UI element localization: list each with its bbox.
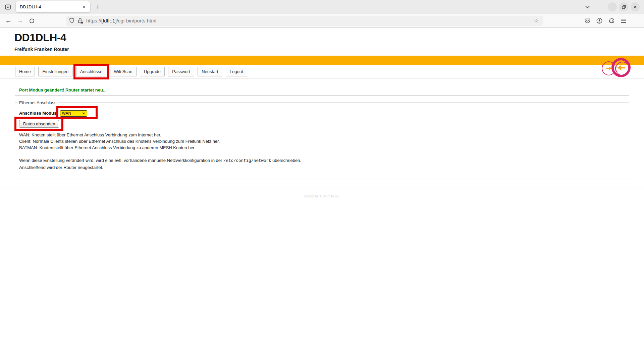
config-path: /etc/config/network [223, 159, 271, 163]
back-button[interactable]: ← [3, 16, 13, 26]
ethernet-fieldset: Ethernet Anschluss Anschluss Modus: WAN … [15, 103, 629, 179]
url-path: /cgi-bin/ports.html [117, 18, 156, 23]
extensions-button[interactable] [606, 16, 617, 26]
page-title: DD1DLH-4 [14, 32, 644, 44]
account-icon [596, 18, 602, 24]
pocket-button[interactable] [582, 16, 593, 26]
note-line-2: Anschließend wird der Router neugestarte… [19, 164, 625, 171]
shield-icon [69, 18, 74, 23]
mode-select[interactable]: WAN [60, 110, 87, 117]
firefox-view-icon [5, 4, 11, 10]
menu-button[interactable] [618, 16, 629, 26]
restore-icon [622, 5, 626, 9]
menu-item-anschluesse[interactable]: Anschlüsse [76, 67, 106, 76]
url-bar[interactable]: https://[fdff::1]/cgi-bin/ports.html ☆ [66, 16, 543, 26]
site-header: DD1DLH-4 Freifunk Franken Router [0, 28, 644, 52]
menu-item-home[interactable]: Home [15, 67, 35, 76]
browser-tab-bar: DD1DLH-4 × + – × [0, 0, 644, 14]
mode-descriptions: WAN: Knoten stellt über Ethernet Anschlu… [19, 132, 625, 151]
close-icon: × [634, 4, 637, 10]
window-minimize-button[interactable]: – [608, 2, 617, 11]
select-chevron-icon [82, 112, 85, 114]
window-close-button[interactable]: × [631, 2, 640, 11]
reload-button[interactable] [27, 16, 37, 26]
tab-list-dropdown-button[interactable] [582, 2, 592, 12]
mode-select-value: WAN [62, 111, 82, 116]
page-subtitle: Freifunk Franken Router [14, 47, 644, 52]
status-message-box: Port Modus geändert! Router startet neu.… [15, 84, 629, 96]
menu-item-upgrade[interactable]: Upgrade [140, 67, 165, 76]
accent-bar [0, 56, 644, 65]
window-restore-button[interactable] [619, 2, 628, 11]
new-tab-button[interactable]: + [93, 2, 103, 12]
minimize-icon: – [611, 3, 613, 9]
page-footer: Design by TEMPLATED. [0, 187, 644, 209]
router-webui-page: DD1DLH-4 Freifunk Franken Router Home Ei… [0, 28, 644, 209]
tab-close-icon[interactable]: × [80, 3, 88, 11]
tab-title: DD1DLH-4 [20, 4, 80, 9]
menu-item-logout[interactable]: Logout [226, 67, 247, 76]
browser-toolbar: ← → https://[fdff::1]/cgi-bin/ports.html [0, 14, 644, 28]
forward-button: → [15, 16, 25, 26]
pocket-icon [585, 18, 590, 23]
firefox-view-button[interactable] [3, 2, 13, 12]
note-line-1: Wenn diese Einstellung verändert wird, w… [19, 157, 625, 164]
bookmark-star-icon[interactable]: ☆ [532, 17, 541, 24]
fieldset-legend: Ethernet Anschluss [18, 100, 58, 105]
mode-label: Anschluss Modus: [19, 111, 58, 116]
config-note: Wenn diese Einstellung verändert wird, w… [19, 157, 625, 171]
browser-tab[interactable]: DD1DLH-4 × [16, 1, 90, 12]
url-text[interactable]: https://[fdff::1]/cgi-bin/ports.html [86, 18, 532, 23]
url-host: [fdff::1] [101, 18, 117, 23]
puzzle-extensions-icon [609, 18, 614, 23]
desc-wan: WAN: Knoten stellt über Ethernet Anschlu… [19, 132, 625, 138]
hamburger-menu-icon [621, 19, 626, 23]
menu-item-passwort[interactable]: Passwort [168, 67, 194, 76]
account-button[interactable] [594, 16, 605, 26]
desc-client: Client: Normale Clients stellen über Eth… [19, 138, 625, 144]
chevron-down-icon [585, 6, 590, 8]
submit-button[interactable]: Daten absenden [19, 120, 59, 128]
url-scheme: https:// [86, 18, 101, 23]
status-message: Port Modus geändert! Router startet neu.… [19, 87, 107, 93]
footer-credit: Design by TEMPLATED. [304, 194, 340, 198]
lock-warning-icon[interactable] [77, 18, 84, 23]
desc-batman: BATMAN: Knoten stellt über Ethernet Ansc… [19, 144, 625, 151]
reload-icon [29, 18, 35, 23]
menu-item-einstellungen[interactable]: Einstellungen [38, 67, 72, 76]
menu-item-wifi-scan[interactable]: Wifi Scan [110, 67, 137, 76]
main-menu: Home Einstellungen Anschlüsse Wifi Scan … [0, 65, 644, 78]
menu-item-neustart[interactable]: Neustart [198, 67, 222, 76]
